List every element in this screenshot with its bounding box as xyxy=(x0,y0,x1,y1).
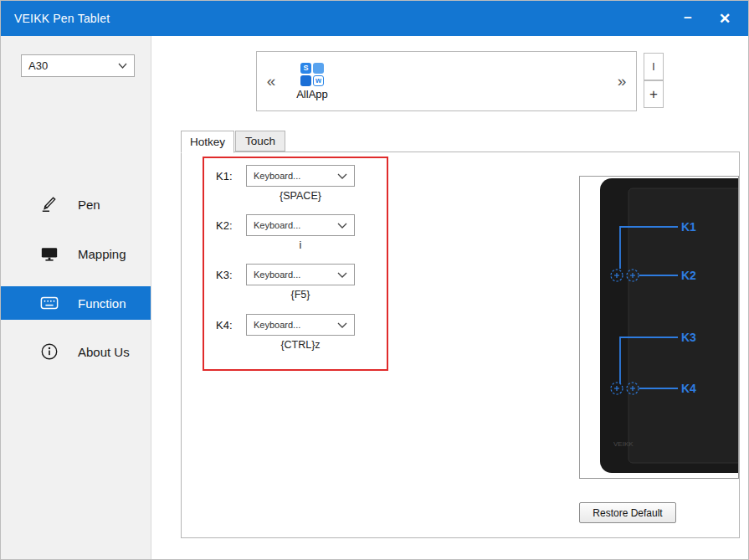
app-window: VEIKK Pen Tablet − ✕ A30 Pen Mapping Fun… xyxy=(0,0,749,560)
allapp-icon: S w xyxy=(300,63,324,86)
hotkey-type-value: Keyboard... xyxy=(254,270,300,280)
tablet-brand-label: VEIKK xyxy=(613,440,634,448)
monitor-icon xyxy=(39,244,59,264)
remove-app-button[interactable]: I xyxy=(644,53,664,80)
info-icon xyxy=(39,342,59,362)
minimize-button[interactable]: − xyxy=(671,1,705,36)
chevron-down-icon xyxy=(337,173,347,179)
hotkey-key-label: K2: xyxy=(216,219,233,232)
hotkey-type-value: Keyboard... xyxy=(254,171,300,181)
keyboard-icon xyxy=(39,293,59,313)
hotkey-settings-highlight: K1: Keyboard... {SPACE} K2: Keyboard... … xyxy=(203,157,388,371)
sidebar-item-about-us[interactable]: About Us xyxy=(1,335,151,368)
preview-label-k3: K3 xyxy=(681,331,696,344)
tablet-illustration: K1 K2 K3 K4 VEIKK xyxy=(580,177,738,478)
hotkey-type-select-k2[interactable]: Keyboard... xyxy=(246,214,355,236)
hotkey-type-value: Keyboard... xyxy=(254,320,300,330)
tablet-preview: K1 K2 K3 K4 VEIKK xyxy=(579,176,739,479)
tab-hotkey[interactable]: Hotkey xyxy=(181,131,234,153)
hotkey-key-label: K1: xyxy=(216,170,233,182)
restore-default-button[interactable]: Restore Default xyxy=(579,502,676,523)
hotkey-row-k3: K3: Keyboard... {F5} xyxy=(204,264,387,307)
main-content: « S w AllApp » I + Hotkey Touch K1: xyxy=(152,36,749,560)
sidebar-item-label: Pen xyxy=(78,198,100,212)
add-app-button[interactable]: + xyxy=(644,80,664,108)
sidebar-item-label: About Us xyxy=(78,345,130,359)
window-title: VEIKK Pen Tablet xyxy=(14,12,110,25)
device-model-select[interactable]: A30 xyxy=(21,54,135,77)
hotkey-row-k1: K1: Keyboard... {SPACE} xyxy=(204,165,387,208)
chevron-down-icon xyxy=(337,272,347,278)
hotkey-key-label: K4: xyxy=(216,319,233,331)
hotkey-type-select-k1[interactable]: Keyboard... xyxy=(246,165,355,187)
allapp-icon-tile xyxy=(300,75,311,86)
hotkey-assigned-value: {F5} xyxy=(246,289,355,301)
hotkey-panel: K1: Keyboard... {SPACE} K2: Keyboard... … xyxy=(181,152,740,538)
sidebar-item-function[interactable]: Function xyxy=(1,286,151,320)
tab-touch[interactable]: Touch xyxy=(235,131,285,152)
sidebar-item-label: Function xyxy=(78,296,126,311)
sidebar-item-label: Mapping xyxy=(78,247,126,261)
hotkey-row-k2: K2: Keyboard... i xyxy=(204,214,387,258)
allapp-icon-tile-w: w xyxy=(313,75,324,86)
hotkey-assigned-value: {CTRL}z xyxy=(246,339,355,351)
chevron-down-icon xyxy=(337,223,347,229)
hotkey-assigned-value: i xyxy=(246,239,355,251)
apps-prev-button[interactable]: « xyxy=(260,72,282,90)
preview-label-k4: K4 xyxy=(681,382,696,395)
app-entry-label: AllApp xyxy=(296,88,328,100)
title-bar: VEIKK Pen Tablet − ✕ xyxy=(1,1,748,36)
hotkey-row-k4: K4: Keyboard... {CTRL}z xyxy=(204,314,387,357)
apps-next-button[interactable]: » xyxy=(611,72,633,90)
hotkey-type-select-k3[interactable]: Keyboard... xyxy=(246,264,355,285)
close-button[interactable]: ✕ xyxy=(708,1,741,36)
app-entry-allapp[interactable]: S w AllApp xyxy=(282,63,342,100)
hotkey-type-select-k4[interactable]: Keyboard... xyxy=(246,314,355,336)
hotkey-type-value: Keyboard... xyxy=(254,220,300,230)
sidebar-item-pen[interactable]: Pen xyxy=(1,188,151,221)
hotkey-assigned-value: {SPACE} xyxy=(246,190,355,202)
preview-label-k1: K1 xyxy=(681,220,696,234)
chevron-down-icon xyxy=(118,63,127,69)
allapp-icon-tile xyxy=(313,63,324,74)
device-model-value: A30 xyxy=(28,59,48,72)
hotkey-key-label: K3: xyxy=(216,269,233,281)
app-selector-bar: « S w AllApp » xyxy=(256,51,637,111)
preview-label-k2: K2 xyxy=(681,269,696,282)
sidebar-item-mapping[interactable]: Mapping xyxy=(1,237,151,270)
sidebar: A30 Pen Mapping Function About Us xyxy=(1,36,151,560)
chevron-down-icon xyxy=(337,322,347,328)
pen-icon xyxy=(39,194,59,214)
allapp-icon-tile-s: S xyxy=(300,63,311,74)
